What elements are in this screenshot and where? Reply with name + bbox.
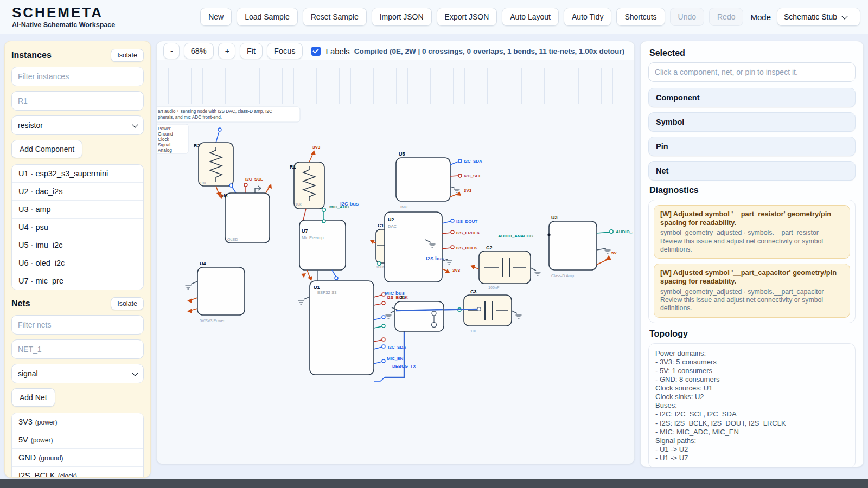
nets-list: 3V3(power) 5V(power) GND(ground) I2S_BCL…: [11, 413, 144, 478]
mode-select[interactable]: Schematic Stub: [777, 8, 860, 26]
auto-layout-button[interactable]: Auto Layout: [502, 8, 559, 26]
net-type-value: signal: [18, 369, 38, 378]
net-label-i2s-lrclk[interactable]: I2S_LRCLK: [456, 230, 480, 235]
component-c3[interactable]: C3 1uF: [458, 289, 522, 333]
bus-label-i2c[interactable]: I2C bus: [340, 201, 359, 207]
pin[interactable]: [382, 338, 385, 341]
new-net-input[interactable]: [11, 339, 144, 359]
pin[interactable]: [458, 174, 462, 177]
topology-line: Clock sources: U1: [655, 384, 848, 393]
instance-item[interactable]: U1 · esp32_s3_supermini: [12, 165, 143, 182]
nets-isolate-button[interactable]: Isolate: [111, 297, 144, 310]
section-pin[interactable]: Pin: [648, 137, 856, 156]
section-symbol[interactable]: Symbol: [648, 112, 856, 132]
pin[interactable]: [218, 128, 221, 131]
pin[interactable]: [335, 277, 338, 280]
pin[interactable]: [382, 316, 385, 319]
selected-title: Selected: [649, 48, 856, 58]
instance-item[interactable]: U4 · psu: [12, 218, 143, 236]
component-type-select[interactable]: resistor: [11, 115, 144, 135]
net-label-3v3[interactable]: 3V3: [312, 145, 321, 150]
new-ref-input[interactable]: [11, 91, 144, 111]
undo-button[interactable]: Undo: [670, 8, 704, 26]
filter-instances-input[interactable]: [11, 67, 144, 86]
warning-title: [W] Adjusted symbol '__part_capacitor' g…: [660, 268, 844, 286]
pin[interactable]: [382, 345, 385, 348]
diagnostic-warning[interactable]: [W] Adjusted symbol '__part_capacitor' g…: [654, 264, 850, 317]
instance-item[interactable]: U3 · amp: [12, 200, 143, 218]
net-item[interactable]: GND(ground): [12, 448, 143, 466]
component-u2[interactable]: U2 DAC I2S_DOUT I2S_LRCLK I2S_BCLK I2S b…: [385, 212, 480, 282]
net-label-audio-analog-2[interactable]: AUDIO_ANALOG: [616, 229, 633, 234]
pin[interactable]: [382, 324, 385, 328]
export-json-button[interactable]: Export JSON: [437, 8, 497, 26]
zoom-out-button[interactable]: -: [163, 43, 180, 59]
component-r1[interactable]: 3V3 R1 10k: [290, 145, 326, 223]
pin[interactable]: [451, 246, 454, 249]
section-net[interactable]: Net: [648, 161, 856, 181]
net-label-mic-en[interactable]: MIC_EN: [387, 356, 403, 361]
labels-checkbox[interactable]: [311, 47, 321, 56]
add-component-button[interactable]: Add Component: [11, 140, 82, 158]
net-item[interactable]: I2S_BCLK(clock): [12, 466, 143, 478]
diagnostic-warning[interactable]: [W] Adjusted symbol '__part_resistor' ge…: [654, 205, 850, 259]
load-sample-button[interactable]: Load Sample: [237, 8, 298, 26]
shortcuts-button[interactable]: Shortcuts: [616, 8, 665, 26]
pin[interactable]: [382, 359, 385, 363]
auto-tidy-button[interactable]: Auto Tidy: [564, 8, 611, 26]
net-label-i2c-sda[interactable]: I2C_SDA: [464, 159, 482, 164]
inspect-input[interactable]: [648, 62, 856, 82]
import-json-button[interactable]: Import JSON: [372, 8, 432, 26]
instance-item[interactable]: U5 · imu_i2c: [12, 236, 143, 254]
diagnostics-title: Diagnostics: [649, 185, 856, 195]
component-u7[interactable]: U7 Mic Preamp: [299, 220, 346, 281]
instance-item[interactable]: U7 · mic_pre: [12, 272, 143, 290]
net-label-i2s-bclk[interactable]: I2S_BCLK: [456, 246, 477, 251]
pin[interactable]: [322, 220, 326, 223]
pin[interactable]: [322, 208, 326, 212]
schematic-canvas[interactable]: art audio + sensing node with I2S DAC, c…: [157, 60, 634, 464]
topology-line: - I2C: I2C_SCL, I2C_SDA: [655, 410, 848, 419]
net-label-5v[interactable]: 5V: [611, 251, 617, 255]
pin[interactable]: [229, 184, 233, 187]
pin[interactable]: [451, 230, 454, 234]
focus-button[interactable]: Focus: [267, 43, 303, 59]
zoom-in-button[interactable]: +: [218, 43, 235, 59]
zoom-level-button[interactable]: 68%: [184, 43, 214, 59]
net-label-i2c-scl[interactable]: I2C_SCL: [245, 177, 263, 182]
component-c2[interactable]: C2 100nF: [470, 245, 541, 290]
net-label-i2c-scl[interactable]: I2C_SCL: [464, 174, 482, 178]
redo-button[interactable]: Redo: [709, 8, 743, 26]
component-u4[interactable]: U4 5V/3V3 Power: [186, 261, 245, 323]
pin[interactable]: [458, 159, 462, 163]
pin[interactable]: [451, 219, 454, 222]
net-item[interactable]: 3V3(power): [12, 413, 143, 431]
new-button[interactable]: New: [200, 8, 232, 26]
pin[interactable]: [610, 230, 613, 233]
fit-button[interactable]: Fit: [240, 43, 263, 59]
pin[interactable]: [477, 307, 481, 311]
component-r2[interactable]: R2 10k: [194, 128, 233, 199]
component-u5[interactable]: U5 IMU I2C_SDA I2C_SCL 3V3: [396, 151, 482, 209]
pin[interactable]: [244, 183, 247, 187]
net-kind: (power): [35, 419, 58, 426]
component-name: IMU: [400, 204, 407, 209]
add-net-button[interactable]: Add Net: [11, 388, 55, 407]
net-label-3v3[interactable]: 3V3: [452, 268, 461, 273]
filter-nets-input[interactable]: [11, 315, 144, 335]
instance-item[interactable]: U6 · oled_i2c: [12, 254, 143, 272]
net-item[interactable]: 5V(power): [12, 431, 143, 448]
reset-sample-button[interactable]: Reset Sample: [303, 8, 367, 26]
net-label-3v3[interactable]: 3V3: [464, 188, 472, 193]
instances-isolate-button[interactable]: Isolate: [111, 49, 144, 62]
component-ref: U2: [388, 217, 394, 222]
bus-label-i2s[interactable]: I2S bus: [426, 255, 444, 261]
net-label-audio-analog[interactable]: AUDIO_ANALOG: [498, 234, 533, 239]
component-u6[interactable]: I2C_SCL U6 OLED: [221, 177, 272, 243]
net-label-i2s-dout[interactable]: I2S_DOUT: [456, 219, 477, 224]
component-u3[interactable]: U3 Class-D Amp AUDIO_ANALOG 5V: [547, 215, 633, 278]
section-component[interactable]: Component: [648, 88, 856, 107]
net-type-select[interactable]: signal: [11, 364, 144, 383]
instance-item[interactable]: U2 · dac_i2s: [12, 182, 143, 200]
pin[interactable]: [382, 301, 385, 305]
